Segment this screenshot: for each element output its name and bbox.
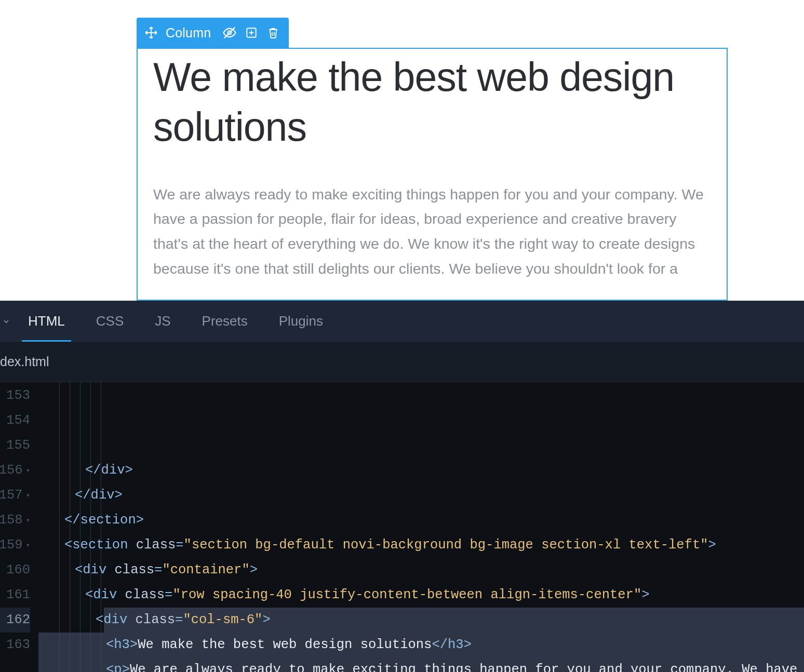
code-line[interactable]: <div class="row spacing-40 justify-conte… — [38, 583, 804, 608]
code-line[interactable]: </div> — [38, 483, 804, 508]
panel-collapse-icon[interactable] — [0, 301, 12, 342]
tab-plugins[interactable]: Plugins — [263, 301, 339, 342]
code-body[interactable]: </div></div></section><section class="se… — [38, 382, 804, 672]
line-number: 163 — [0, 633, 30, 657]
column-paragraph[interactable]: We are always ready to make exciting thi… — [153, 182, 711, 282]
line-number: 155 — [0, 433, 30, 458]
delete-icon[interactable] — [266, 25, 280, 40]
code-line[interactable]: <div class="col-sm-6"> — [38, 608, 804, 633]
file-name[interactable]: dex.html — [0, 354, 49, 369]
file-bar: dex.html — [0, 342, 804, 382]
move-icon[interactable] — [144, 25, 158, 40]
tab-presets[interactable]: Presets — [186, 301, 263, 342]
line-number: 157 ▾ — [0, 483, 30, 508]
code-line[interactable]: <h3>We make the best web design solution… — [38, 633, 804, 657]
line-number: 154 — [0, 408, 30, 433]
code-line[interactable]: <p>We are always ready to make exciting … — [38, 657, 804, 672]
line-number: 161 — [0, 583, 30, 608]
design-canvas: Column We make the best web design solut… — [0, 0, 804, 301]
line-number: 160 — [0, 558, 30, 583]
column-heading[interactable]: We make the best web design solutions — [153, 52, 711, 152]
line-number: 159 ▾ — [0, 533, 30, 558]
element-toolbar: Column — [137, 18, 289, 48]
panel-tabs: HTML CSS JS Presets Plugins — [0, 301, 804, 342]
line-number: 156 ▾ — [0, 458, 30, 483]
code-line[interactable]: </section> — [38, 508, 804, 533]
line-number: 153 — [0, 383, 30, 408]
element-label: Column — [166, 25, 211, 41]
visibility-icon[interactable] — [222, 25, 237, 40]
line-gutter: 153154155156 ▾157 ▾158 ▾159 ▾16016116216… — [0, 382, 38, 672]
code-line[interactable]: </div> — [38, 458, 804, 483]
tab-css[interactable]: CSS — [81, 301, 139, 342]
duplicate-icon[interactable] — [244, 25, 259, 40]
tab-js[interactable]: JS — [139, 301, 186, 342]
tab-html[interactable]: HTML — [12, 301, 81, 342]
code-line[interactable]: <section class="section bg-default novi-… — [38, 533, 804, 558]
code-panel: HTML CSS JS Presets Plugins dex.html 153… — [0, 301, 804, 672]
code-editor[interactable]: 153154155156 ▾157 ▾158 ▾159 ▾16016116216… — [0, 382, 804, 672]
line-number: 158 ▾ — [0, 508, 30, 533]
code-line[interactable]: <div class="container"> — [38, 558, 804, 583]
selected-column[interactable]: We make the best web design solutions We… — [137, 48, 728, 301]
line-number: 162 — [0, 608, 30, 633]
